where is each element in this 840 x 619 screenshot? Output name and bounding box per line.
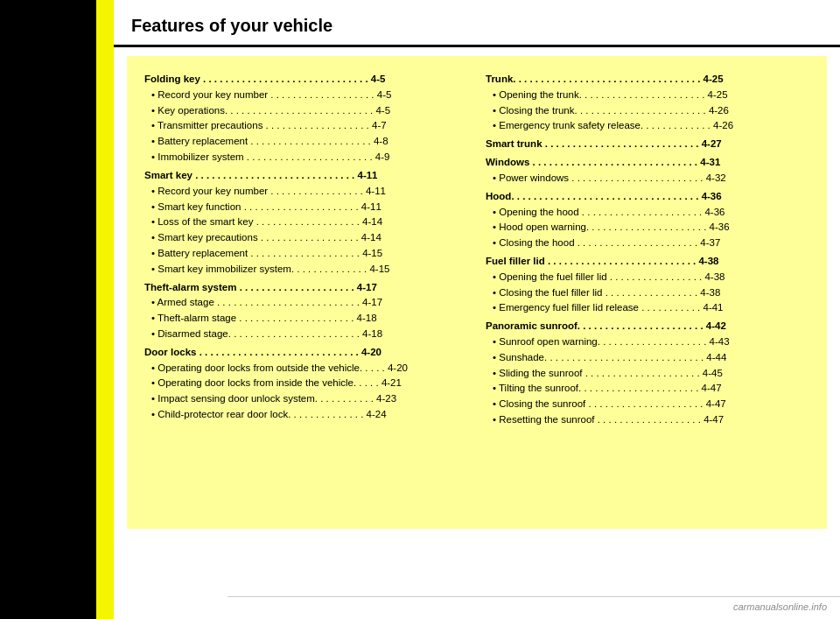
left-yellow-stripe bbox=[96, 0, 114, 619]
footer-watermark: carmanualsonline.info bbox=[733, 601, 827, 612]
toc-right-entry: • Emergency fuel filler lid release . . … bbox=[486, 300, 809, 316]
toc-left-entry: • Battery replacement . . . . . . . . . … bbox=[144, 134, 468, 150]
toc-right-entry: • Sunshade. . . . . . . . . . . . . . . … bbox=[486, 350, 809, 366]
toc-left-entry: • Operating door locks from inside the v… bbox=[144, 376, 468, 391]
bottom-divider bbox=[228, 596, 840, 597]
toc-left-entry: • Child-protector rear door lock. . . . … bbox=[144, 407, 468, 423]
toc-right-entry: • Closing the hood . . . . . . . . . . .… bbox=[486, 236, 809, 251]
content-area: Folding key . . . . . . . . . . . . . . … bbox=[127, 56, 827, 529]
toc-left-entry: • Theft-alarm stage . . . . . . . . . . … bbox=[144, 311, 468, 327]
toc-left-entry: • Transmitter precautions . . . . . . . … bbox=[144, 118, 468, 134]
main-content: Features of your vehicle Folding key . .… bbox=[114, 0, 840, 619]
toc-right-entry: • Sliding the sunroof . . . . . . . . . … bbox=[486, 366, 809, 382]
page-title: Features of your vehicle bbox=[131, 16, 332, 35]
toc-left-entry: • Record your key number . . . . . . . .… bbox=[144, 184, 468, 200]
toc-right-entry: • Sunroof open warning. . . . . . . . . … bbox=[486, 334, 809, 350]
toc-right-entry: Trunk. . . . . . . . . . . . . . . . . .… bbox=[486, 72, 809, 88]
toc-right-entry: • Opening the trunk. . . . . . . . . . .… bbox=[486, 88, 809, 103]
toc-left-entry: • Disarmed stage. . . . . . . . . . . . … bbox=[144, 327, 468, 342]
toc-left-entry: • Smart key precautions . . . . . . . . … bbox=[144, 230, 468, 246]
toc-left-entry: Folding key . . . . . . . . . . . . . . … bbox=[144, 72, 468, 88]
toc-right-entry: Fuel filler lid . . . . . . . . . . . . … bbox=[486, 254, 809, 270]
toc-left-entry: • Immobilizer system . . . . . . . . . .… bbox=[144, 150, 468, 165]
page-header: Features of your vehicle bbox=[114, 0, 840, 47]
toc-left-entry: Theft-alarm system . . . . . . . . . . .… bbox=[144, 280, 468, 296]
toc-right-entry: • Closing the sunroof . . . . . . . . . … bbox=[486, 397, 809, 412]
toc-left-entry: • Impact sensing door unlock system. . .… bbox=[144, 391, 468, 407]
toc-right-entry: • Power windows . . . . . . . . . . . . … bbox=[486, 171, 809, 186]
toc-right-entry: • Closing the fuel filler lid . . . . . … bbox=[486, 285, 809, 301]
toc-right-entry: • Closing the trunk. . . . . . . . . . .… bbox=[486, 103, 809, 119]
toc-left-entry: • Armed stage . . . . . . . . . . . . . … bbox=[144, 295, 468, 311]
toc-right-entry: • Emergency trunk safety release. . . . … bbox=[486, 118, 809, 134]
toc-right-entry: Panoramic sunroof. . . . . . . . . . . .… bbox=[486, 319, 809, 334]
toc-right-entry: • Opening the hood . . . . . . . . . . .… bbox=[486, 205, 809, 221]
toc-left-entry: • Loss of the smart key . . . . . . . . … bbox=[144, 215, 468, 230]
toc-left-column: Folding key . . . . . . . . . . . . . . … bbox=[144, 69, 468, 516]
toc-right-entry: • Tilting the sunroof. . . . . . . . . .… bbox=[486, 381, 809, 397]
toc-left-entry: • Battery replacement . . . . . . . . . … bbox=[144, 246, 468, 262]
toc-left-entry: • Operating door locks from outside the … bbox=[144, 361, 468, 376]
toc-right-entry: Smart trunk . . . . . . . . . . . . . . … bbox=[486, 137, 809, 152]
toc-left-entry: • Smart key function . . . . . . . . . .… bbox=[144, 200, 468, 215]
toc-left-entry: Smart key . . . . . . . . . . . . . . . … bbox=[144, 168, 468, 184]
toc-right-entry: • Hood open warning. . . . . . . . . . .… bbox=[486, 220, 809, 236]
toc-right-column: Trunk. . . . . . . . . . . . . . . . . .… bbox=[486, 69, 809, 516]
toc-right-entry: • Opening the fuel filler lid . . . . . … bbox=[486, 270, 809, 285]
toc-right-entry: • Resetting the sunroof . . . . . . . . … bbox=[486, 412, 809, 428]
toc-left-entry: • Key operations. . . . . . . . . . . . … bbox=[144, 103, 468, 119]
toc-right-entry: Hood. . . . . . . . . . . . . . . . . . … bbox=[486, 189, 809, 205]
toc-left-entry: Door locks . . . . . . . . . . . . . . .… bbox=[144, 345, 468, 361]
toc-left-entry: • Record your key number . . . . . . . .… bbox=[144, 88, 468, 103]
toc-left-entry: • Smart key immobilizer system. . . . . … bbox=[144, 262, 468, 278]
toc-right-entry: Windows . . . . . . . . . . . . . . . . … bbox=[486, 155, 809, 171]
